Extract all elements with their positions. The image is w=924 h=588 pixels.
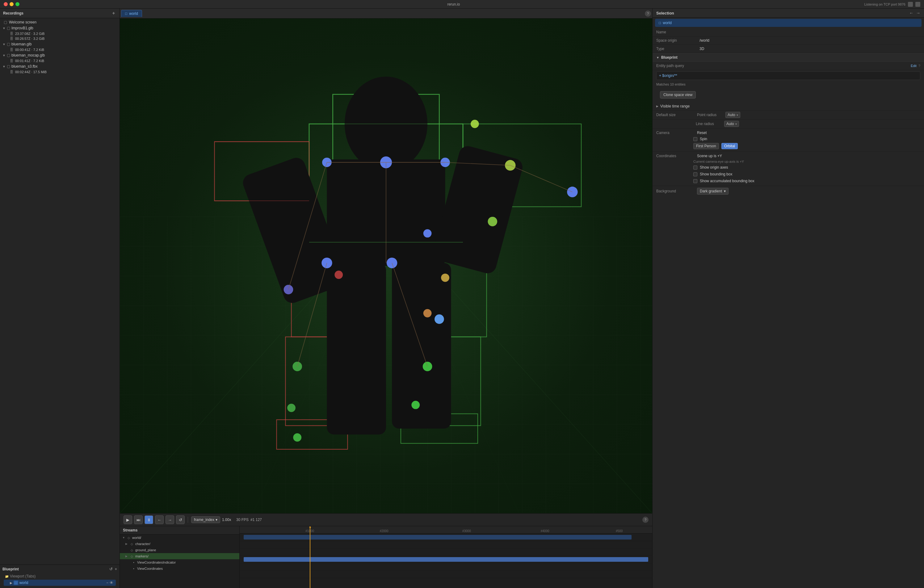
playback-help-button[interactable]: ? <box>642 517 648 523</box>
viewport-area[interactable] <box>120 18 652 513</box>
chevron-blueman: ▼ <box>2 43 5 46</box>
add-recording-button[interactable]: + <box>111 10 116 16</box>
playback-bar: ▶ ⏭ ⏸ ← → ↺ frame_index ▾ 1.00x 30 <box>120 513 652 526</box>
maximize-button[interactable] <box>15 2 20 6</box>
welcome-screen-item[interactable]: ▢ Welcome screen <box>0 20 119 25</box>
blueman-entry-0[interactable]: 🗄 00:00:41Z · 7.2 KiB <box>0 47 119 52</box>
world-tab[interactable]: □ world <box>121 10 142 17</box>
left-sidebar: Recordings + ▢ Welcome screen ▼ ▢ Improv… <box>0 9 120 588</box>
camera-reset-button[interactable]: Reset <box>697 130 706 135</box>
stream-world[interactable]: ▼ ◇ world/ <box>120 535 239 541</box>
playback-speed: 1.00x <box>222 518 234 522</box>
orbital-button[interactable]: Orbital <box>721 143 738 149</box>
viewport-tabs-label: Viewport (Tabs) <box>10 574 36 578</box>
world-minus-icon[interactable]: − <box>106 581 108 585</box>
timeline-playhead[interactable] <box>310 526 310 588</box>
world-eye-icon[interactable]: 👁 <box>110 581 113 585</box>
stream-character-icon: ◇ <box>130 542 134 546</box>
minimize-button[interactable] <box>10 2 13 6</box>
spin-row: Spin <box>653 136 924 142</box>
first-person-button[interactable]: First Person <box>693 143 719 149</box>
world-blueprint-item[interactable]: ▶ □ world − 👁 <box>4 580 116 586</box>
improvb1-entry-0[interactable]: 🗄 23:37:08Z · 3.2 GiB <box>0 31 119 36</box>
nav-back-button[interactable]: ← <box>909 10 914 15</box>
spin-checkbox[interactable] <box>693 137 697 141</box>
blueprint-section-right[interactable]: ▼ Blueprint <box>653 53 924 62</box>
stream-ground-plane[interactable]: ▶ ◇ ground_plane <box>120 547 239 553</box>
frame-index-label: frame_index <box>194 518 214 522</box>
recording-group-blueman-header[interactable]: ▼ ▢ blueman.glb <box>0 41 119 47</box>
nav-forward-button[interactable]: → <box>916 10 920 15</box>
line-radius-dropdown[interactable]: Auto ▾ <box>724 121 739 127</box>
coord-main-row: Coordinates Scene up is +Y <box>653 153 924 159</box>
coord-note: Current camera-eye up-axis is +Y <box>653 159 924 164</box>
blueman-mocap-name: blueman_mocap.glb <box>12 53 45 58</box>
visible-time-range-row[interactable]: ▶ Visible time range <box>653 102 924 111</box>
play-button[interactable]: ▶ <box>124 515 132 524</box>
stream-view-coord-indicator[interactable]: • ViewCoordinatesIndicator <box>120 559 239 565</box>
window-icon[interactable] <box>915 2 920 7</box>
camera-row: Camera Reset <box>653 130 924 136</box>
svg-point-31 <box>488 217 497 226</box>
play-icon: ▶ <box>126 518 129 522</box>
ruler-label-3000: #3000 <box>462 529 471 533</box>
show-origin-axes-checkbox[interactable] <box>693 165 697 170</box>
blueprint-header: Blueprint ↺ + <box>2 567 117 571</box>
prop-type-label: Type <box>656 46 700 51</box>
default-size-label: Default size <box>656 113 693 117</box>
clone-space-view-button[interactable]: Clone space view <box>660 91 696 99</box>
matches-text: Matches 10 entities <box>656 83 686 86</box>
stream-view-coord[interactable]: • ViewCoordinates <box>120 565 239 571</box>
recording-group-improvb1-header[interactable]: ▼ ▢ ImprovB1.glb <box>0 25 119 31</box>
pause-button[interactable]: ⏸ <box>145 515 153 524</box>
frame-index-dropdown[interactable]: frame_index ▾ <box>191 516 220 523</box>
viewport-tabs-item[interactable]: 📁 Viewport (Tabs) <box>2 573 117 579</box>
loop-button[interactable]: ↺ <box>176 515 185 524</box>
matches-row: Matches 10 entities <box>653 81 924 89</box>
playback-frame: #1 127 <box>251 518 262 522</box>
monitor-icon[interactable] <box>908 2 913 7</box>
stream-markers[interactable]: ▶ ◇ markers/ <box>120 553 239 559</box>
arrow-left-button[interactable]: ← <box>155 515 164 524</box>
point-radius-value: Auto <box>728 113 735 117</box>
welcome-folder-icon: ▢ <box>4 20 7 25</box>
track-vc <box>240 571 652 578</box>
svg-rect-19 <box>327 263 386 434</box>
improvb1-name: ImprovB1.glb <box>12 26 33 30</box>
recording-group-blueman-mocap-header[interactable]: ▼ ▢ blueman_mocap.glb <box>0 52 119 58</box>
step-forward-button[interactable]: ⏭ <box>134 515 143 524</box>
pause-icon: ⏸ <box>147 518 151 522</box>
blueprint-refresh-btn[interactable]: ↺ <box>109 567 113 571</box>
blueprint-section-title: Blueprint <box>661 55 678 59</box>
world-icon: □ <box>13 581 18 585</box>
track-markers <box>240 556 652 563</box>
background-dropdown[interactable]: Dark gradient ▾ <box>697 188 729 195</box>
prop-type: Type 3D <box>653 45 924 53</box>
stream-vc-label: ViewCoordinates <box>137 567 163 570</box>
svg-point-28 <box>423 229 432 238</box>
db-icon-blueman-s3: 🗄 <box>10 70 13 74</box>
recording-group-blueman-s3: ▼ ▢ blueman_s3.fbx 🗄 00:02:44Z · 17.5 Mi… <box>0 63 119 74</box>
viewport-help-button[interactable]: ? <box>645 10 651 17</box>
entity-path-edit-button[interactable]: Edit <box>911 64 917 68</box>
window-controls <box>4 2 20 6</box>
selection-world-tab[interactable]: □ world <box>655 19 922 27</box>
panel-nav: ← → <box>909 10 920 15</box>
chevron-blueman-mocap: ▼ <box>2 54 5 57</box>
close-button[interactable] <box>4 2 8 6</box>
show-bounding-box-checkbox[interactable] <box>693 172 697 176</box>
recording-group-blueman-s3-header[interactable]: ▼ ▢ blueman_s3.fbx <box>0 63 119 69</box>
entity-path-help-icon[interactable]: ? <box>919 64 920 68</box>
point-radius-dropdown[interactable]: Auto ▾ <box>726 112 740 118</box>
stream-character[interactable]: ▶ ◇ character/ <box>120 541 239 547</box>
improvb1-entry-label-0: 23:37:08Z · 3.2 GiB <box>15 32 45 36</box>
improvb1-entry-1[interactable]: 🗄 00:26:57Z · 3.2 GiB <box>0 36 119 41</box>
show-accumulated-bbox-checkbox[interactable] <box>693 179 697 183</box>
arrow-right-button[interactable]: → <box>165 515 174 524</box>
blueman-mocap-entry-0[interactable]: 🗄 00:01:41Z · 7.2 KiB <box>0 58 119 63</box>
pb-separator <box>188 517 188 523</box>
scene-figure <box>120 18 652 513</box>
blueprint-add-btn[interactable]: + <box>115 567 117 571</box>
blueman-s3-entry-0[interactable]: 🗄 00:02:44Z · 17.5 MiB <box>0 69 119 74</box>
dropdown-arrow: ▾ <box>216 518 218 522</box>
